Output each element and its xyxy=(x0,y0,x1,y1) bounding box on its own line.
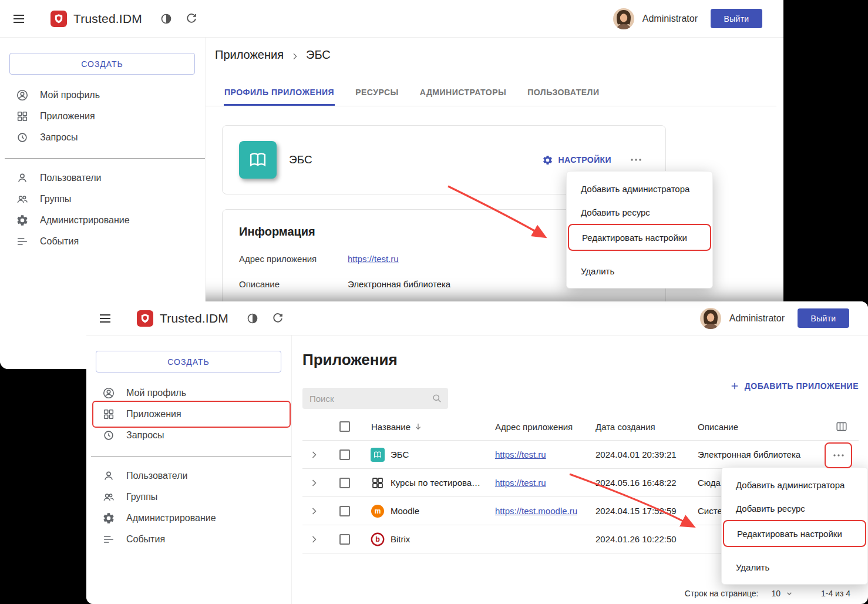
sidebar-item-label: События xyxy=(40,236,79,247)
row-checkbox[interactable] xyxy=(339,534,350,545)
row-expand-cell xyxy=(302,505,326,517)
app-header: Trusted.IDM Administrator Выйти xyxy=(86,301,868,335)
search-input[interactable] xyxy=(302,388,448,409)
settings-button[interactable]: НАСТРОЙКИ xyxy=(542,155,612,166)
settings-label: НАСТРОЙКИ xyxy=(559,155,612,165)
select-all-checkbox[interactable] xyxy=(339,421,350,432)
columns-icon[interactable] xyxy=(835,420,848,433)
sidebar-item-administration[interactable]: Администрирование xyxy=(86,508,291,529)
menu-item-edit-settings[interactable]: Редактировать настройки xyxy=(723,520,866,547)
logout-button[interactable]: Выйти xyxy=(798,308,849,328)
user-name: Administrator xyxy=(729,313,785,324)
column-url[interactable]: Адрес приложения xyxy=(487,422,588,432)
chevron-right-icon[interactable] xyxy=(308,477,320,489)
hamburger-icon[interactable] xyxy=(12,12,26,26)
more-dots-icon[interactable] xyxy=(629,153,643,167)
menu-item-delete[interactable]: Удалить xyxy=(722,555,867,579)
app-name: ЭБС xyxy=(391,449,409,459)
menu-item-add-administrator[interactable]: Добавить администратора xyxy=(722,473,867,496)
sidebar-item-users[interactable]: Пользователи xyxy=(0,167,205,189)
user-icon xyxy=(102,469,115,482)
row-expand-cell xyxy=(302,533,326,545)
description-value: Электронная библиотека xyxy=(348,279,450,289)
user-name: Administrator xyxy=(642,14,698,24)
app-header: Trusted.IDM Administrator Выйти xyxy=(0,0,783,38)
row-more-actions-button[interactable] xyxy=(825,442,852,468)
created-date: 2024.04.15 17:52:59 xyxy=(588,506,690,516)
sidebar-item-label: Группы xyxy=(126,492,157,502)
sidebar-item-events[interactable]: События xyxy=(0,231,205,252)
tab-app-profile[interactable]: ПРОФИЛЬ ПРИЛОЖЕНИЯ xyxy=(224,80,335,106)
row-name-cell[interactable]: Курсы по тестирова… xyxy=(364,476,487,490)
tab-users[interactable]: ПОЛЬЗОВАТЕЛИ xyxy=(527,80,600,106)
create-button[interactable]: СОЗДАТЬ xyxy=(96,351,281,373)
row-checkbox[interactable] xyxy=(339,478,350,488)
row-expand-cell xyxy=(302,449,326,461)
theme-toggle-icon[interactable] xyxy=(160,12,173,25)
logout-button[interactable]: Выйти xyxy=(711,9,762,28)
breadcrumb-applications[interactable]: Приложения xyxy=(215,48,284,62)
tab-resources[interactable]: РЕСУРСЫ xyxy=(355,80,399,106)
sidebar-item-my-profile[interactable]: Мой профиль xyxy=(86,382,291,404)
app-url-link[interactable]: https://test.moodle.ru xyxy=(495,506,577,516)
sidebar-item-groups[interactable]: Группы xyxy=(0,189,205,210)
sidebar-nav-bottom: Пользователи Группы Администрирование Со… xyxy=(86,465,291,550)
sidebar-item-applications[interactable]: Приложения xyxy=(0,106,205,127)
chevron-right-icon[interactable] xyxy=(308,505,320,517)
create-button[interactable]: СОЗДАТЬ xyxy=(9,53,195,75)
chevron-right-icon[interactable] xyxy=(308,449,320,461)
app-url-link[interactable]: https://test.ru xyxy=(495,449,546,459)
row-name-cell[interactable]: m Moodle xyxy=(364,504,487,518)
refresh-icon[interactable] xyxy=(185,12,198,25)
sort-down-icon[interactable] xyxy=(413,422,423,431)
apps-icon xyxy=(102,408,115,421)
hamburger-icon[interactable] xyxy=(98,311,112,326)
row-checkbox[interactable] xyxy=(339,449,350,460)
app-actions-menu: Добавить администратора Добавить ресурс … xyxy=(566,171,713,288)
sidebar-item-users[interactable]: Пользователи xyxy=(86,465,291,486)
gear-icon xyxy=(542,155,553,166)
history-icon xyxy=(16,131,29,144)
plus-icon xyxy=(729,381,740,391)
menu-item-add-administrator[interactable]: Добавить администратора xyxy=(567,177,712,200)
address-label: Адрес приложения xyxy=(239,254,348,264)
profile-icon xyxy=(102,387,115,400)
bitrix-app-icon: b xyxy=(371,532,385,546)
row-name-cell[interactable]: ЭБС xyxy=(364,448,487,462)
sidebar-item-requests[interactable]: Запросы xyxy=(86,425,291,446)
row-checkbox[interactable] xyxy=(339,506,350,516)
shield-logo-icon xyxy=(137,310,153,327)
more-dots-icon xyxy=(832,448,846,462)
sidebar-item-events[interactable]: События xyxy=(86,529,291,550)
rows-per-page-select[interactable]: 10 xyxy=(771,589,794,598)
column-name[interactable]: Название xyxy=(364,422,487,432)
sidebar-item-requests[interactable]: Запросы xyxy=(0,127,205,148)
tab-administrators[interactable]: АДМИНИСТРАТОРЫ xyxy=(419,80,507,106)
search-box xyxy=(302,388,448,409)
app-url-link[interactable]: https://test.ru xyxy=(348,254,399,264)
menu-item-add-resource[interactable]: Добавить ресурс xyxy=(722,496,867,520)
avatar[interactable] xyxy=(613,8,634,29)
app-url-link[interactable]: https://test.ru xyxy=(495,478,546,488)
app-name: Moodle xyxy=(391,506,419,516)
sidebar-item-label: Приложения xyxy=(40,111,95,122)
sidebar-item-my-profile[interactable]: Мой профиль xyxy=(0,85,205,106)
refresh-icon[interactable] xyxy=(271,312,284,325)
app-name: Bitrix xyxy=(391,534,410,544)
sidebar-nav-bottom: Пользователи Группы Администрирование Со… xyxy=(0,167,205,252)
menu-item-add-resource[interactable]: Добавить ресурс xyxy=(567,200,712,224)
groups-icon xyxy=(102,491,115,504)
column-created[interactable]: Дата создания xyxy=(588,422,690,432)
row-name-cell[interactable]: b Bitrix xyxy=(364,532,487,546)
theme-toggle-icon[interactable] xyxy=(246,312,259,325)
add-application-button[interactable]: ДОБАВИТЬ ПРИЛОЖЕНИЕ xyxy=(729,379,859,393)
column-description[interactable]: Описание xyxy=(690,422,825,432)
sidebar-item-administration[interactable]: Администрирование xyxy=(0,210,205,231)
menu-item-edit-settings[interactable]: Редактировать настройки xyxy=(568,224,711,251)
avatar[interactable] xyxy=(700,308,721,329)
menu-item-delete[interactable]: Удалить xyxy=(567,259,712,283)
sidebar-item-groups[interactable]: Группы xyxy=(86,486,291,508)
chevron-right-icon[interactable] xyxy=(308,533,320,545)
breadcrumb-current: ЭБС xyxy=(306,48,331,62)
sidebar-item-applications[interactable]: Приложения xyxy=(86,404,291,425)
